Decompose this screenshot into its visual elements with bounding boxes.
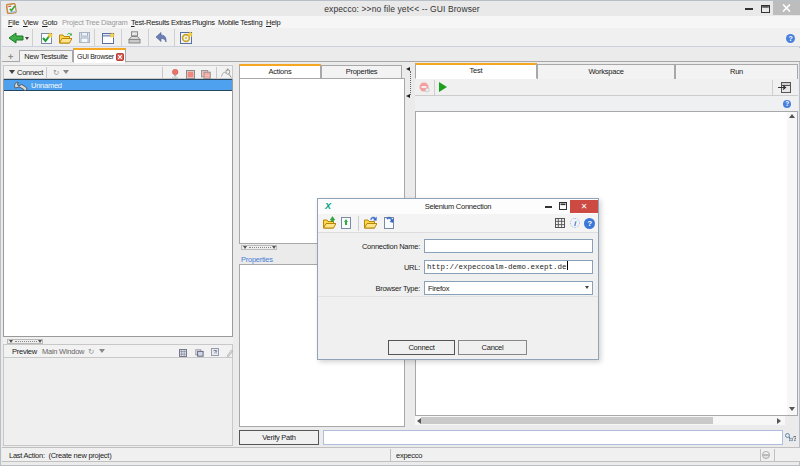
svg-text:?: ? [793,434,796,442]
